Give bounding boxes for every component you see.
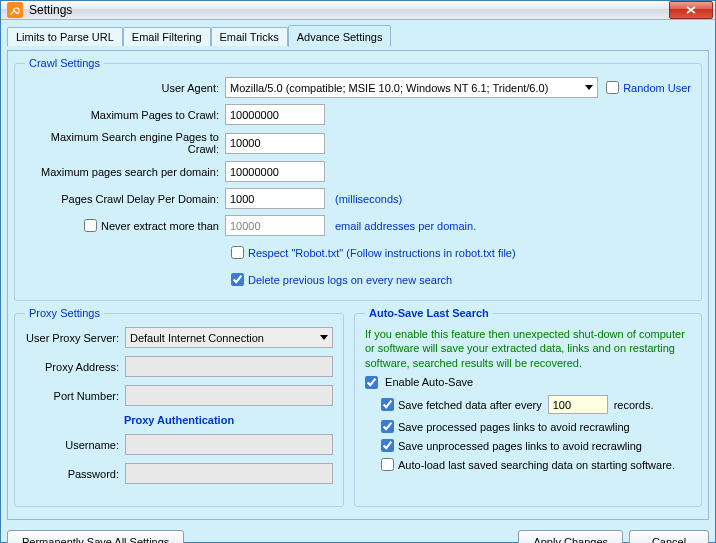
never-extract-wrap: Never extract more than: [25, 219, 225, 232]
delay-input[interactable]: [225, 188, 325, 209]
proxy-column: Proxy Settings User Proxy Server: Defaul…: [14, 307, 344, 513]
proxy-port-label: Port Number:: [25, 390, 125, 402]
never-extract-input[interactable]: [225, 215, 325, 236]
user-agent-dropdown[interactable]: Mozilla/5.0 (compatible; MSIE 10.0; Wind…: [225, 77, 598, 98]
tab-limits-parse-url[interactable]: Limits to Parse URL: [7, 27, 123, 46]
user-agent-value: Mozilla/5.0 (compatible; MSIE 10.0; Wind…: [230, 82, 548, 94]
delay-label: Pages Crawl Delay Per Domain:: [25, 193, 225, 205]
max-pages-input[interactable]: [225, 104, 325, 125]
proxy-address-input[interactable]: [125, 356, 333, 377]
content-area: Limits to Parse URL Email Filtering Emai…: [1, 20, 715, 526]
proxy-port-input[interactable]: [125, 385, 333, 406]
tab-email-filtering[interactable]: Email Filtering: [123, 27, 211, 46]
never-extract-label: Never extract more than: [101, 220, 219, 232]
max-domain-input[interactable]: [225, 161, 325, 182]
save-processed-label: Save processed pages links to avoid recr…: [398, 421, 630, 433]
proxy-address-label: Proxy Address:: [25, 361, 125, 373]
close-button[interactable]: [669, 1, 713, 19]
respect-robot-label: Respect "Robot.txt" (Follow instructions…: [248, 247, 516, 259]
proxy-settings-group: Proxy Settings User Proxy Server: Defaul…: [14, 307, 344, 507]
save-fetched-input[interactable]: [548, 395, 608, 414]
window-title: Settings: [29, 3, 669, 17]
max-pages-label: Maximum Pages to Crawl:: [25, 109, 225, 121]
apply-changes-button[interactable]: Apply Changes: [518, 530, 623, 543]
save-fetched-prefix: Save fetched data after every: [398, 399, 542, 411]
lower-columns: Proxy Settings User Proxy Server: Defaul…: [14, 307, 702, 513]
never-extract-checkbox[interactable]: [84, 219, 97, 232]
tabstrip: Limits to Parse URL Email Filtering Emai…: [7, 24, 709, 46]
save-processed-checkbox[interactable]: [381, 420, 394, 433]
permanently-save-button[interactable]: Permanently Save All Settings: [7, 530, 184, 543]
random-user-checkbox[interactable]: [606, 81, 619, 94]
user-agent-label: User Agent:: [25, 82, 225, 94]
autosave-desc: If you enable this feature then unexpect…: [365, 327, 691, 370]
autosave-body: If you enable this feature then unexpect…: [365, 327, 691, 471]
proxy-legend: Proxy Settings: [25, 307, 104, 319]
save-unprocessed-label: Save unprocessed pages links to avoid re…: [398, 440, 642, 452]
delete-logs-label: Delete previous logs on every new search: [248, 274, 452, 286]
app-icon: [7, 2, 23, 18]
delay-unit: (milliseconds): [335, 193, 402, 205]
proxy-server-label: User Proxy Server:: [25, 332, 125, 344]
proxy-pass-label: Password:: [25, 468, 125, 480]
close-icon: [686, 6, 696, 14]
proxy-pass-input[interactable]: [125, 463, 333, 484]
proxy-server-value: Default Internet Connection: [130, 332, 264, 344]
titlebar: Settings: [1, 1, 715, 20]
respect-robot-checkbox[interactable]: [231, 246, 244, 259]
autoload-checkbox[interactable]: [381, 458, 394, 471]
crawl-legend: Crawl Settings: [25, 57, 104, 69]
never-extract-suffix: email addresses per domain.: [335, 220, 476, 232]
spacer: [190, 530, 512, 543]
max-search-label: Maximum Search engine Pages to Crawl:: [25, 131, 225, 155]
autoload-label: Auto-load last saved searching data on s…: [398, 459, 675, 471]
proxy-auth-heading: Proxy Authentication: [25, 414, 333, 426]
proxy-user-label: Username:: [25, 439, 125, 451]
autosave-column: Auto-Save Last Search If you enable this…: [354, 307, 702, 513]
autosave-legend: Auto-Save Last Search: [365, 307, 493, 319]
cancel-button[interactable]: Cancel: [629, 530, 709, 543]
save-fetched-suffix: records.: [614, 399, 654, 411]
proxy-user-input[interactable]: [125, 434, 333, 455]
button-bar: Permanently Save All Settings Apply Chan…: [1, 526, 715, 543]
crawl-settings-group: Crawl Settings User Agent: Mozilla/5.0 (…: [14, 57, 702, 301]
save-unprocessed-checkbox[interactable]: [381, 439, 394, 452]
random-user-label: Random User: [623, 82, 691, 94]
save-fetched-checkbox[interactable]: [381, 398, 394, 411]
delete-logs-checkbox[interactable]: [231, 273, 244, 286]
max-domain-label: Maximum pages search per domain:: [25, 166, 225, 178]
tab-panel-advance: Crawl Settings User Agent: Mozilla/5.0 (…: [7, 50, 709, 520]
proxy-server-dropdown[interactable]: Default Internet Connection: [125, 327, 333, 348]
enable-autosave-checkbox[interactable]: [365, 376, 378, 389]
max-search-input[interactable]: [225, 133, 325, 154]
enable-autosave-label: Enable Auto-Save: [385, 376, 473, 388]
autosave-group: Auto-Save Last Search If you enable this…: [354, 307, 702, 507]
settings-window: Settings Limits to Parse URL Email Filte…: [0, 0, 716, 543]
tab-advance-settings[interactable]: Advance Settings: [288, 25, 392, 47]
tab-email-tricks[interactable]: Email Tricks: [211, 27, 288, 46]
